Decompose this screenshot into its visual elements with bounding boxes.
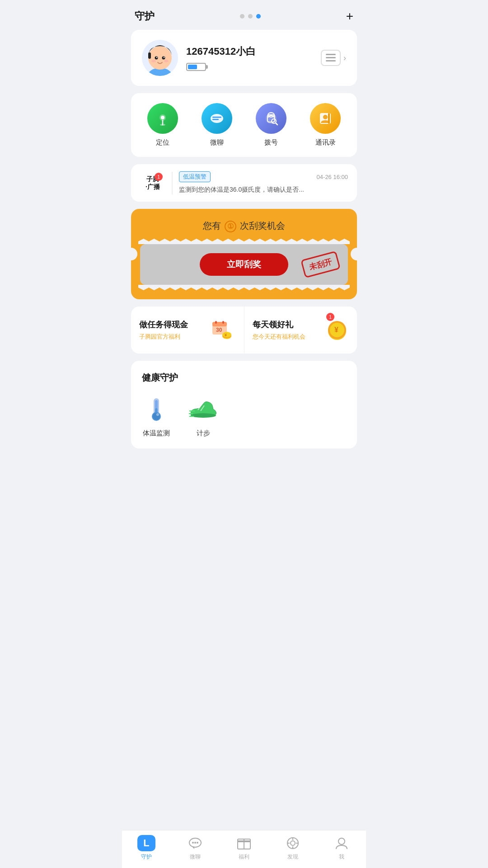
alert-content: 低温预警 04-26 16:00 监测到您的体温是36.0摄氏度，请确认是否..… <box>179 171 348 194</box>
location-icon <box>147 103 178 134</box>
scratch-button[interactable]: 立即刮奖 <box>200 253 288 276</box>
user-info: 126745312小白 <box>186 45 313 71</box>
task-gift-title: 每天领好礼 <box>253 319 305 330</box>
svg-rect-10 <box>326 57 336 58</box>
svg-point-44 <box>191 413 216 418</box>
avatar <box>142 40 178 76</box>
dial-icon <box>256 103 286 134</box>
action-contacts[interactable]: 通讯录 <box>310 103 341 147</box>
alert-text: 监测到您的体温是36.0摄氏度，请确认是否... <box>179 185 348 194</box>
quick-actions: 定位 微聊 拨号 <box>131 93 357 157</box>
scratch-title: 您有 ① 次刮奖机会 <box>140 220 348 232</box>
svg-text:30: 30 <box>216 327 222 333</box>
alert-card[interactable]: 子腾 ·广播 1 低温预警 04-26 16:00 监测到您的体温是36.0摄氏… <box>131 164 357 202</box>
action-location[interactable]: 定位 <box>147 103 178 147</box>
health-item-steps[interactable]: 计步 <box>189 395 218 438</box>
dot-1 <box>240 14 244 19</box>
serrated-bottom <box>138 285 350 290</box>
alert-badge: 1 <box>155 173 163 181</box>
svg-rect-2 <box>148 52 151 59</box>
health-item-steps-label: 计步 <box>197 429 210 438</box>
svg-point-23 <box>323 115 328 119</box>
action-location-label: 定位 <box>156 138 169 147</box>
task-cash-title: 做任务得现金 <box>139 319 188 330</box>
svg-point-6 <box>164 57 164 58</box>
svg-text:¥: ¥ <box>334 326 338 334</box>
alert-brand: 子腾 ·广播 1 <box>140 175 165 191</box>
chevron-right-icon: › <box>343 53 346 63</box>
scratch-stamp: 未刮开 <box>300 250 341 278</box>
user-card-actions[interactable]: › <box>321 50 346 66</box>
scratch-area[interactable]: 立即刮奖 未刮开 <box>140 244 348 285</box>
svg-point-1 <box>148 46 172 70</box>
user-name: 126745312小白 <box>186 45 313 58</box>
top-bar: 守护 + <box>122 0 366 30</box>
svg-rect-28 <box>222 321 224 324</box>
task-cash[interactable]: 做任务得现金 子腾园官方福利 30 ¥ <box>131 307 244 354</box>
health-title: 健康守护 <box>142 372 346 384</box>
task-cash-icon: 30 ¥ <box>209 316 236 344</box>
chat-icon <box>202 103 232 134</box>
action-dial[interactable]: 拨号 <box>256 103 286 147</box>
dot-3 <box>256 14 261 19</box>
svg-point-5 <box>156 57 157 58</box>
user-card: 126745312小白 › <box>131 30 357 86</box>
svg-point-43 <box>156 413 159 416</box>
task-cash-subtitle: 子腾园官方福利 <box>139 333 188 341</box>
svg-rect-16 <box>212 117 221 118</box>
contacts-icon <box>310 103 341 134</box>
scratch-card[interactable]: 您有 ① 次刮奖机会 立即刮奖 未刮开 <box>131 209 357 299</box>
svg-rect-26 <box>212 322 227 326</box>
svg-point-42 <box>153 413 160 420</box>
contact-list-icon[interactable] <box>321 50 341 66</box>
svg-point-13 <box>161 116 164 119</box>
svg-rect-27 <box>215 321 217 324</box>
health-item-temp[interactable]: 体温监测 <box>142 395 171 438</box>
health-section: 健康守护 体温监测 <box>131 361 357 448</box>
task-gift-icon: ¥ <box>322 316 349 344</box>
battery-indicator <box>186 63 313 71</box>
svg-point-7 <box>151 60 156 62</box>
svg-rect-17 <box>212 119 219 120</box>
scratch-num: ① <box>225 221 236 232</box>
task-gift-text: 每天领好礼 您今天还有福利机会 <box>253 319 305 341</box>
svg-point-4 <box>162 57 165 60</box>
page-dots <box>240 14 261 19</box>
alert-divider <box>172 172 173 194</box>
svg-text:¥: ¥ <box>225 333 227 337</box>
tasks-row: 做任务得现金 子腾园官方福利 30 ¥ 每天领好礼 您今天还有福利机会 1 <box>131 307 357 354</box>
svg-rect-24 <box>328 113 330 124</box>
health-items: 体温监测 计步 <box>142 395 346 438</box>
action-chat[interactable]: 微聊 <box>202 103 232 147</box>
alert-tag: 低温预警 <box>179 171 211 182</box>
svg-point-15 <box>211 114 223 123</box>
health-item-temp-label: 体温监测 <box>143 429 170 438</box>
svg-point-14 <box>160 124 165 126</box>
action-chat-label: 微聊 <box>210 138 224 147</box>
alert-time: 04-26 16:00 <box>317 174 348 180</box>
dot-2 <box>248 14 253 19</box>
action-dial-label: 拨号 <box>264 138 278 147</box>
app-title: 守护 <box>135 9 155 23</box>
action-contacts-label: 通讯录 <box>315 138 336 147</box>
task-cash-text: 做任务得现金 子腾园官方福利 <box>139 319 188 341</box>
add-button[interactable]: + <box>346 9 353 24</box>
task-gift-subtitle: 您今天还有福利机会 <box>253 333 305 341</box>
svg-point-8 <box>164 60 169 62</box>
svg-rect-9 <box>326 54 336 55</box>
svg-rect-11 <box>326 60 336 61</box>
task-gift-badge: 1 <box>326 313 334 321</box>
steps-icon <box>189 395 218 424</box>
svg-point-3 <box>155 57 158 60</box>
thermometer-icon <box>142 395 171 424</box>
serrated-top <box>138 239 350 244</box>
task-gift[interactable]: 每天领好礼 您今天还有福利机会 1 ¥ <box>244 307 357 354</box>
svg-line-21 <box>276 123 277 125</box>
